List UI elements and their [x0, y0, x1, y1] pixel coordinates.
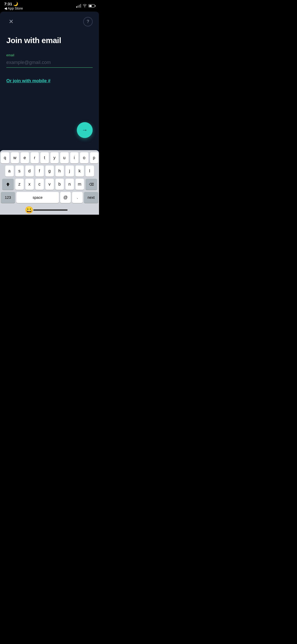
- top-navigation: ✕ ?: [0, 12, 99, 31]
- at-key[interactable]: @: [60, 192, 71, 203]
- email-input-container: [6, 59, 93, 68]
- key-q[interactable]: q: [1, 152, 9, 163]
- key-v[interactable]: v: [45, 179, 54, 190]
- key-p[interactable]: p: [90, 152, 98, 163]
- key-m[interactable]: m: [76, 179, 84, 190]
- key-s[interactable]: s: [15, 165, 24, 177]
- key-g[interactable]: g: [45, 165, 54, 177]
- next-key[interactable]: next: [84, 192, 98, 203]
- close-icon: ✕: [9, 19, 13, 25]
- key-d[interactable]: d: [25, 165, 34, 177]
- battery-icon: [88, 4, 95, 7]
- key-l[interactable]: l: [86, 165, 94, 177]
- close-button[interactable]: ✕: [6, 17, 16, 26]
- page-title: Join with email: [6, 36, 93, 45]
- form-area: Join with email email Or join with mobil…: [0, 31, 99, 84]
- moon-icon: 🌙: [13, 2, 18, 6]
- key-z[interactable]: z: [15, 179, 24, 190]
- key-o[interactable]: o: [80, 152, 88, 163]
- app-store-nav[interactable]: ◀ App Store: [4, 6, 23, 10]
- back-chevron-icon: ◀: [4, 6, 7, 10]
- emoji-button[interactable]: 😀: [25, 206, 33, 214]
- status-bar: 7:31 🌙 ◀ App Store: [0, 0, 99, 12]
- svg-marker-0: [6, 183, 10, 186]
- key-h[interactable]: h: [55, 165, 64, 177]
- space-key[interactable]: space: [16, 192, 59, 203]
- app-store-label: App Store: [8, 6, 23, 10]
- email-input[interactable]: [6, 59, 93, 68]
- delete-key[interactable]: ⌫: [86, 179, 97, 190]
- help-button[interactable]: ?: [83, 17, 93, 26]
- help-icon: ?: [87, 19, 89, 24]
- mobile-join-link[interactable]: Or join with mobile #: [6, 78, 93, 84]
- key-y[interactable]: y: [50, 152, 59, 163]
- keyboard[interactable]: q w e r t y u i o p a s d f g h j k l: [0, 150, 99, 215]
- status-time: 7:31 🌙: [4, 2, 23, 6]
- keyboard-row-4: 123 space @ . next: [1, 192, 98, 203]
- status-left: 7:31 🌙 ◀ App Store: [4, 2, 23, 10]
- key-k[interactable]: k: [76, 165, 84, 177]
- wifi-icon: [83, 4, 87, 8]
- keyboard-row-1: q w e r t y u i o p: [1, 152, 98, 163]
- arrow-right-icon: →: [82, 127, 88, 134]
- signal-bars-icon: [76, 4, 81, 8]
- key-r[interactable]: r: [31, 152, 39, 163]
- status-right: [76, 4, 95, 8]
- keyboard-footer: 😀: [1, 205, 98, 215]
- key-t[interactable]: t: [40, 152, 49, 163]
- key-a[interactable]: a: [5, 165, 14, 177]
- key-e[interactable]: e: [21, 152, 29, 163]
- keyboard-row-2: a s d f g h j k l: [1, 165, 98, 177]
- next-button[interactable]: →: [77, 122, 93, 138]
- home-indicator: [33, 209, 68, 211]
- app-content: ✕ ? Join with email email Or join with m…: [0, 12, 99, 215]
- keyboard-row-3: z x c v b n m ⌫: [1, 179, 98, 190]
- key-w[interactable]: w: [11, 152, 19, 163]
- numbers-key[interactable]: 123: [1, 192, 15, 203]
- key-n[interactable]: n: [65, 179, 74, 190]
- key-x[interactable]: x: [25, 179, 34, 190]
- email-field-label: email: [6, 53, 93, 57]
- key-u[interactable]: u: [60, 152, 69, 163]
- time-text: 7:31: [4, 2, 12, 6]
- key-c[interactable]: c: [35, 179, 44, 190]
- key-b[interactable]: b: [55, 179, 64, 190]
- shift-key[interactable]: [2, 179, 14, 190]
- key-f[interactable]: f: [35, 165, 44, 177]
- key-j[interactable]: j: [65, 165, 74, 177]
- shift-icon: [6, 182, 10, 186]
- period-key[interactable]: .: [72, 192, 83, 203]
- key-i[interactable]: i: [70, 152, 79, 163]
